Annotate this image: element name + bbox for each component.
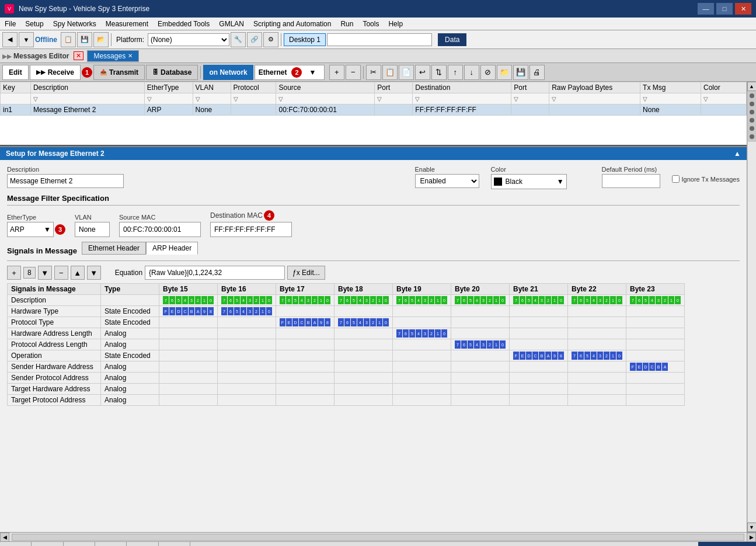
signal-type-protocol-type: State Encoded — [101, 317, 159, 328]
messages-tab-close[interactable]: ✕ — [128, 53, 133, 59]
signal-row-sender-proto-addr[interactable]: Sender Protocol Address Analog — [8, 373, 685, 384]
color-dropdown[interactable]: Black ▼ — [491, 174, 567, 189]
maximize-button[interactable]: □ — [716, 3, 733, 15]
col-raw-payload: Raw Payload Bytes — [549, 82, 640, 93]
sort-icon-btn[interactable]: ⇅ — [431, 65, 447, 80]
ethernet-dropdown[interactable]: Ethernet 2 ▼ — [255, 65, 325, 80]
filter-txmsg-icon[interactable]: ▽ — [643, 96, 647, 102]
cut-icon-btn[interactable]: ✂ — [366, 65, 381, 80]
right-scrollbar[interactable]: ▲ ▼ — [747, 82, 756, 532]
remove-signal-button[interactable]: − — [54, 266, 68, 280]
copy-icon-btn[interactable]: 📋 — [382, 65, 398, 80]
enable-dropdown[interactable]: Enabled — [415, 174, 479, 188]
remove-button[interactable]: − — [346, 65, 361, 80]
down-icon-btn[interactable]: ↓ — [464, 65, 479, 80]
scroll-down-arrow[interactable]: ▼ — [747, 523, 757, 532]
toolbar-platform-btn1[interactable]: 🔧 — [231, 32, 246, 47]
toolbar-platform-btn3[interactable]: ⚙ — [263, 32, 278, 47]
scroll-left-arrow[interactable]: ◀ — [0, 533, 9, 542]
signal-chevron-btn[interactable]: ▼ — [38, 266, 52, 280]
ethertype-dropdown[interactable]: ARP ▼ — [7, 222, 54, 237]
menu-gmlan[interactable]: GMLAN — [214, 19, 249, 29]
filter-destination-icon[interactable]: ▽ — [415, 96, 420, 102]
signal-down-button[interactable]: ▼ — [87, 266, 101, 280]
filter-source-icon[interactable]: ▽ — [278, 96, 283, 102]
filter-port2-icon[interactable]: ▽ — [514, 96, 518, 102]
add-button[interactable]: + — [329, 65, 344, 80]
database-button[interactable]: 🗄 Database — [146, 65, 198, 80]
signal-row-proto-addr-len[interactable]: Protocol Address Length Analog 76543210 — [8, 339, 685, 350]
edit-equation-button[interactable]: ƒx Edit... — [287, 266, 325, 280]
signal-row-hardware-type[interactable]: Hardware Type State Encoded FEDCBA98 — [8, 306, 685, 317]
editor-close-button[interactable]: ✕ — [74, 51, 83, 60]
menu-setup[interactable]: Setup — [20, 19, 48, 29]
signal-row-protocol-type[interactable]: Protocol Type State Encoded FEDCBA98 — [8, 317, 685, 328]
scroll-track[interactable] — [747, 141, 757, 523]
filter-description-icon[interactable]: ▽ — [33, 96, 38, 102]
signal-row-sender-hw-addr[interactable]: Sender Hardware Address Analog FEDCBA — [8, 361, 685, 373]
signal-row-operation[interactable]: Operation State Encoded FEDCBA98 — [8, 350, 685, 361]
signal-row-target-proto-addr[interactable]: Target Protocol Address Analog — [8, 395, 685, 406]
save-icon-btn[interactable]: 💾 — [513, 65, 528, 80]
transmit-button[interactable]: 📤 Transmit — [93, 65, 145, 80]
toolbar-btn-2[interactable]: 💾 — [77, 32, 92, 47]
cancel-icon-btn[interactable]: ⊘ — [480, 65, 496, 80]
description-input[interactable] — [7, 174, 124, 188]
filter-ethertype-icon[interactable]: ▽ — [147, 96, 152, 102]
toolbar-btn-1[interactable]: 📋 — [61, 32, 76, 47]
filter-protocol-icon[interactable]: ▽ — [234, 96, 238, 102]
tab-ethernet-header[interactable]: Ethernet Header — [82, 242, 146, 255]
signal-row-target-hw-addr[interactable]: Target Hardware Address Analog — [8, 384, 685, 395]
signal-row-hw-addr-len[interactable]: Hardware Address Length Analog 76543210 — [8, 328, 685, 339]
filter-color-icon[interactable]: ▽ — [703, 96, 708, 102]
minimize-button[interactable]: — — [698, 3, 714, 15]
filter-vlan-icon[interactable]: ▽ — [196, 96, 200, 102]
tab-arp-header[interactable]: ARP Header — [146, 242, 198, 255]
filter-port-icon[interactable]: ▽ — [377, 96, 382, 102]
filter-raw-icon[interactable]: ▽ — [552, 96, 556, 102]
toolbar-btn-3[interactable]: 📂 — [93, 32, 109, 47]
menu-scripting[interactable]: Scripting and Automation — [249, 19, 336, 29]
menu-embedded-tools[interactable]: Embedded Tools — [153, 19, 214, 29]
table-row[interactable]: in1 Message Ethernet 2 ARP None 00:FC:70… — [1, 105, 747, 116]
messages-tab[interactable]: Messages ✕ — [87, 50, 139, 62]
equation-input[interactable] — [145, 266, 285, 280]
add-signal-button[interactable]: + — [7, 266, 21, 280]
scroll-right-arrow[interactable]: ▶ — [747, 533, 756, 542]
setup-expand-icon[interactable]: ▲ — [734, 149, 741, 158]
source-mac-input[interactable] — [119, 222, 201, 237]
folder-icon-btn[interactable]: 📁 — [497, 65, 512, 80]
h-scroll-track[interactable] — [12, 534, 744, 541]
edit-button[interactable]: Edit — [2, 65, 29, 80]
back-button[interactable]: ◀ — [2, 32, 18, 47]
data-button[interactable]: Data — [438, 33, 466, 46]
vlan-input[interactable] — [75, 222, 110, 237]
menu-measurement[interactable]: Measurement — [101, 19, 153, 29]
menu-file[interactable]: File — [0, 19, 20, 29]
print-icon-btn[interactable]: 🖨 — [529, 65, 545, 80]
menu-tools[interactable]: Tools — [358, 19, 384, 29]
desktop-button[interactable]: Desktop 1 — [284, 33, 326, 46]
toolbar-platform-btn2[interactable]: 🔗 — [247, 32, 262, 47]
signals-table: Signals in Message Type Byte 15 Byte 16 … — [7, 283, 685, 406]
up-icon-btn[interactable]: ↑ — [448, 65, 463, 80]
signal-row-description[interactable]: Description 76543210 76543210 — [8, 295, 685, 306]
close-button[interactable]: ✕ — [735, 3, 751, 15]
signal-up-button[interactable]: ▲ — [71, 266, 85, 280]
undo-icon-btn[interactable]: ↩ — [415, 65, 430, 80]
menu-spy-networks[interactable]: Spy Networks — [48, 19, 101, 29]
scroll-up-arrow[interactable]: ▲ — [747, 82, 757, 91]
horizontal-scrollbar[interactable]: ◀ ▶ — [0, 532, 756, 541]
filter-spec-title: Message Filter Specification — [7, 194, 740, 203]
receive-button[interactable]: ▶▶ Receive — [30, 65, 81, 80]
on-network-button[interactable]: on Network — [203, 65, 253, 80]
menu-help[interactable]: Help — [384, 19, 407, 29]
paste-icon-btn[interactable]: 📄 — [399, 65, 414, 80]
dropdown-arrow[interactable]: ▼ — [19, 32, 34, 47]
search-input[interactable] — [327, 33, 432, 46]
platform-dropdown[interactable]: (None) — [148, 33, 229, 46]
ignore-tx-checkbox[interactable] — [672, 175, 680, 183]
default-period-input[interactable] — [602, 174, 660, 188]
dest-mac-input[interactable] — [210, 222, 292, 237]
menu-run[interactable]: Run — [336, 19, 358, 29]
